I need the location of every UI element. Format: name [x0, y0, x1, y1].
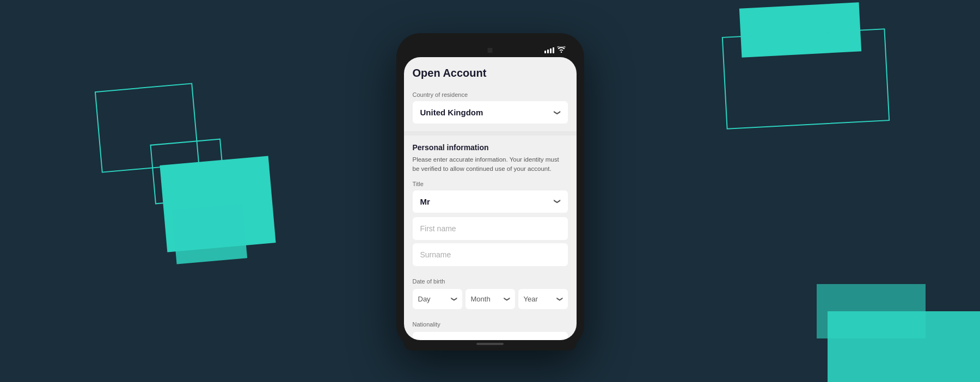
title-label: Title [413, 181, 568, 187]
first-name-input[interactable] [413, 217, 568, 240]
surname-input[interactable] [413, 243, 568, 266]
dob-year-select[interactable]: Year ❯ [518, 289, 568, 309]
signal-bar-4 [553, 47, 554, 53]
dob-month-select[interactable]: Month ❯ [465, 289, 515, 309]
bg-shape-tr-2 [722, 28, 890, 129]
country-label: Country of residence [413, 91, 568, 98]
signal-bar-1 [544, 51, 546, 53]
bg-shape-br-2 [817, 284, 926, 338]
signal-bar-3 [550, 48, 552, 53]
dob-year-value: Year [524, 295, 538, 303]
page-title: Open Account [413, 67, 568, 79]
dob-section: Date of birth Day ❯ Month ❯ Year ❯ [404, 275, 577, 317]
bg-shape-filled-1 [160, 156, 275, 252]
nationality-select[interactable]: British ❯ [413, 332, 568, 341]
bg-shape-outline-2 [150, 139, 225, 205]
country-section: Country of residence United Kingdom ❯ [404, 87, 577, 131]
camera-dot [488, 48, 493, 53]
nationality-value: British [420, 338, 443, 341]
title-select[interactable]: Mr ❯ [413, 190, 568, 213]
personal-section: Personal information Please enter accura… [404, 135, 577, 275]
title-value: Mr [420, 197, 430, 206]
bg-shape-outline-1 [95, 83, 199, 172]
wifi-icon [557, 46, 566, 54]
dob-month-value: Month [471, 295, 491, 303]
dob-day-value: Day [418, 295, 431, 303]
signal-bar-2 [547, 50, 549, 53]
country-value: United Kingdom [420, 108, 483, 117]
bg-shape-tr-1 [739, 2, 861, 57]
dob-year-chevron-icon: ❯ [556, 297, 564, 301]
nationality-section: Nationality British ❯ [404, 317, 577, 341]
title-chevron-icon: ❯ [554, 199, 561, 204]
dob-day-select[interactable]: Day ❯ [413, 289, 462, 309]
phone-bottom [404, 343, 577, 350]
phone-body: Open Account Country of residence United… [396, 33, 584, 349]
phone-device: Open Account Country of residence United… [396, 33, 584, 349]
signal-icon [544, 47, 554, 53]
app-content: Open Account Country of residence United… [404, 57, 577, 340]
personal-heading: Personal information [413, 143, 568, 152]
dob-day-chevron-icon: ❯ [451, 297, 458, 301]
country-select[interactable]: United Kingdom ❯ [413, 101, 568, 124]
nationality-label: Nationality [413, 321, 568, 328]
dob-label: Date of birth [413, 278, 568, 285]
page-header: Open Account [404, 57, 577, 87]
dob-month-chevron-icon: ❯ [504, 297, 511, 301]
section-divider-1 [404, 131, 577, 135]
bg-shape-filled-2 [172, 204, 247, 264]
phone-screen: Open Account Country of residence United… [404, 57, 577, 340]
country-chevron-icon: ❯ [554, 110, 561, 115]
dob-row: Day ❯ Month ❯ Year ❯ [413, 289, 568, 315]
bg-shape-br-1 [828, 311, 980, 382]
personal-description: Please enter accurate information. Your … [413, 155, 568, 174]
home-indicator [476, 343, 504, 345]
